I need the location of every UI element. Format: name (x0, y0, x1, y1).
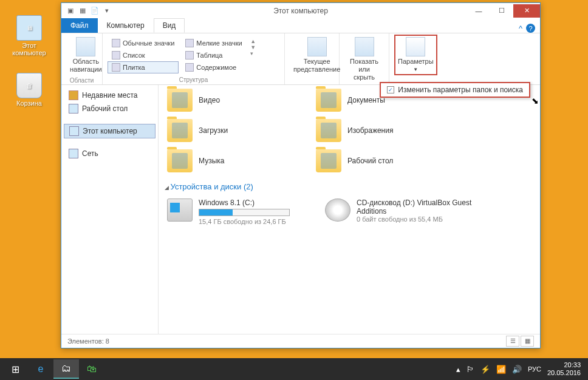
drive-d-name: CD-дисковод (D:) VirtualBox Guest Additi… (357, 198, 478, 215)
tab-file[interactable]: Файл (61, 18, 98, 33)
options-dropdown-label: Изменить параметры папок и поиска (398, 86, 523, 94)
close-button[interactable]: ✕ (513, 4, 540, 18)
status-elements: Элементов: 8 (67, 338, 109, 345)
taskbar-explorer[interactable]: 🗂 (53, 359, 79, 379)
maximize-button[interactable]: ☐ (490, 4, 513, 18)
status-bar: Элементов: 8 ☰ ▦ (61, 334, 540, 347)
tray-action-center-icon[interactable]: 🏳 (467, 365, 474, 374)
folder-video[interactable]: Видео (165, 85, 313, 115)
layout-list[interactable]: Список (108, 49, 179, 61)
cd-drive-icon (325, 198, 350, 222)
minimize-button[interactable]: — (467, 4, 490, 18)
desktop-icon-label: Корзина (11, 100, 47, 107)
options-label: Параметры (398, 58, 434, 66)
current-view-label: Текущее представление (293, 58, 340, 73)
desktop-icon-trash[interactable]: 🗑 Корзина (11, 73, 47, 107)
folder-downloads[interactable]: Загрузки (165, 115, 313, 146)
sidebar-item-recent[interactable]: Недавние места (64, 89, 156, 102)
checkbox-icon: ✓ (387, 86, 394, 93)
folder-music[interactable]: Музыка (165, 146, 313, 176)
help-icon[interactable]: ? (526, 24, 535, 33)
qat-dropdown-icon[interactable]: ▾ (101, 5, 112, 16)
ribbon: Область навигации Области Обычные значки… (61, 33, 540, 85)
drive-c-usage-bar (199, 209, 290, 216)
tray-clock[interactable]: 20:33 20.05.2016 (547, 361, 581, 377)
category-devices[interactable]: Устройства и диски (2) (165, 182, 534, 191)
system-menu-icon[interactable]: ▣ (65, 5, 76, 16)
trash-icon: 🗑 (16, 73, 42, 98)
options-icon (406, 37, 425, 56)
group-label-structure: Структура (108, 75, 279, 83)
taskbar: ⊞ e 🗂 🛍 ▴ 🏳 ⚡ 📶 🔊 РУС 20:33 20.05.2016 (0, 358, 588, 380)
start-button[interactable]: ⊞ (2, 359, 28, 379)
show-hide-button[interactable]: Показать или скрыть (344, 35, 384, 84)
ribbon-tabs: Файл Компьютер Вид ^ ? (61, 18, 540, 33)
hard-drive-icon (167, 198, 193, 222)
navigation-sidebar: Недавние места Рабочий стол Этот компьют… (61, 85, 159, 334)
quick-access-toolbar: ▣ ▦ 📄 ▾ (61, 5, 112, 16)
chevron-down-icon: ▼ (413, 67, 418, 73)
show-hide-label: Показать или скрыть (348, 58, 380, 82)
desktop-icon-computer[interactable]: 🖥 Этот компьютер (11, 15, 47, 56)
drive-d-sub: 0 байт свободно из 55,4 МБ (357, 215, 478, 223)
file-explorer-window: ▣ ▦ 📄 ▾ Этот компьютер — ☐ ✕ Файл Компью… (61, 2, 541, 348)
show-hide-icon (355, 37, 374, 56)
nav-pane-icon (76, 37, 95, 56)
folder-pictures[interactable]: Изображения (313, 115, 462, 146)
computer-icon: 🖥 (16, 15, 42, 41)
nav-pane-label: Область навигации (70, 58, 102, 73)
current-view-icon (307, 37, 327, 56)
navigation-pane-button[interactable]: Область навигации (66, 35, 106, 76)
tray-power-icon[interactable]: ⚡ (480, 365, 490, 374)
layout-content[interactable]: Содержимое (181, 61, 248, 73)
layout-tiles[interactable]: Плитка (108, 61, 179, 73)
titlebar: ▣ ▦ 📄 ▾ Этот компьютер — ☐ ✕ (61, 3, 540, 18)
tray-network-icon[interactable]: 📶 (496, 365, 506, 374)
folder-desktop[interactable]: Рабочий стол (313, 146, 462, 176)
layout-scroll-up-icon[interactable]: ▲ (250, 38, 256, 44)
drive-d[interactable]: CD-дисковод (D:) VirtualBox Guest Additi… (323, 195, 480, 229)
content-pane: Видео Документы Загрузки Изображения Муз… (159, 85, 540, 334)
current-view-button[interactable]: Текущее представление (290, 35, 344, 76)
drive-c[interactable]: Windows 8.1 (C:) 15,4 ГБ свободно из 24,… (165, 195, 323, 229)
properties-icon[interactable]: ▦ (77, 5, 88, 16)
layout-normal-icons[interactable]: Обычные значки (108, 37, 179, 49)
sidebar-item-network[interactable]: Сеть (64, 147, 156, 160)
drive-c-name: Windows 8.1 (C:) (199, 198, 290, 207)
system-tray: ▴ 🏳 ⚡ 📶 🔊 РУС 20:33 20.05.2016 (456, 361, 586, 377)
tab-view[interactable]: Вид (154, 18, 185, 33)
drive-c-sub: 15,4 ГБ свободно из 24,6 ГБ (199, 218, 290, 225)
tray-volume-icon[interactable]: 🔊 (512, 365, 522, 374)
sidebar-item-this-pc[interactable]: Этот компьютер (64, 124, 156, 138)
tab-computer[interactable]: Компьютер (98, 18, 154, 33)
new-folder-icon[interactable]: 📄 (89, 5, 100, 16)
layout-table[interactable]: Таблица (181, 49, 248, 61)
options-dropdown-item[interactable]: ✓ Изменить параметры папок и поиска ⬊ (380, 82, 530, 98)
view-tiles-button[interactable]: ▦ (521, 336, 534, 347)
desktop-icon-label: Этот компьютер (11, 42, 47, 56)
view-details-button[interactable]: ☰ (506, 336, 519, 347)
tray-up-icon[interactable]: ▴ (456, 365, 460, 374)
layout-scroll-down-icon[interactable]: ▼ (250, 44, 256, 50)
taskbar-store[interactable]: 🛍 (79, 359, 104, 379)
layout-expand-icon[interactable]: ▾ (250, 50, 256, 56)
sidebar-item-desktop[interactable]: Рабочий стол (64, 102, 156, 115)
options-button[interactable]: Параметры ▼ (394, 35, 437, 75)
group-label-areas: Области (66, 76, 97, 84)
tray-language[interactable]: РУС (528, 365, 541, 373)
layout-small-icons[interactable]: Мелкие значки (181, 37, 248, 49)
ribbon-minimize-icon[interactable]: ^ (519, 24, 522, 33)
taskbar-ie[interactable]: e (28, 359, 53, 379)
